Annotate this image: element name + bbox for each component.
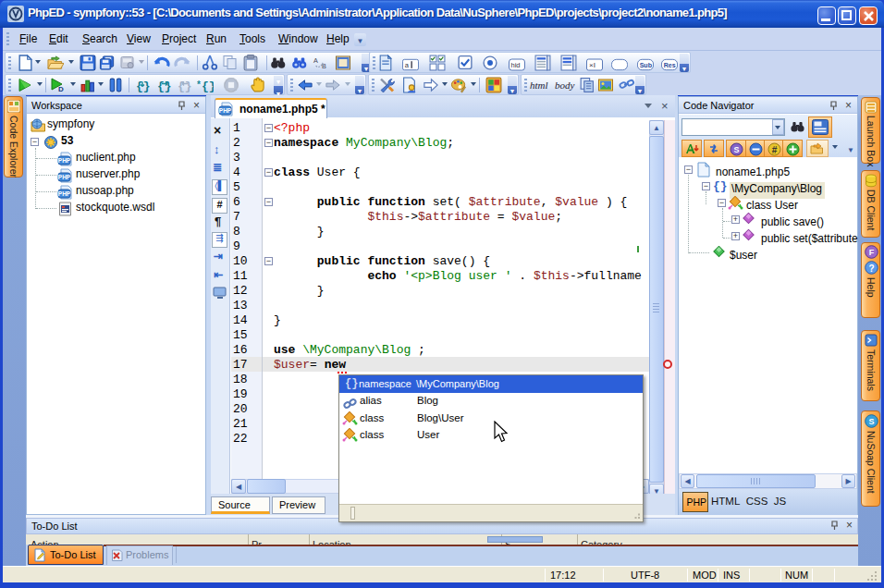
svg-text:D: D	[58, 85, 64, 93]
svg-text:×I: ×I	[589, 61, 595, 69]
svg-text:PHP: PHP	[58, 190, 71, 197]
svg-text:PHP: PHP	[58, 174, 71, 180]
svg-text:hid: hid	[511, 61, 521, 69]
svg-text:F: F	[869, 248, 875, 257]
svg-text:{}: {}	[157, 80, 172, 93]
svg-text:A: A	[313, 56, 318, 65]
svg-text:?: ?	[868, 263, 874, 274]
svg-text:Res: Res	[664, 62, 676, 69]
svg-text:{}: {}	[178, 80, 192, 93]
svg-text:PHP: PHP	[58, 157, 71, 164]
svg-text:S: S	[733, 145, 739, 154]
svg-text:*: *	[197, 80, 201, 90]
svg-text:{}: {}	[202, 80, 214, 93]
svg-text:#: #	[771, 145, 777, 155]
svg-text:PHP: PHP	[219, 107, 232, 114]
svg-text:Sub: Sub	[640, 62, 653, 69]
svg-text:S: S	[868, 417, 874, 426]
